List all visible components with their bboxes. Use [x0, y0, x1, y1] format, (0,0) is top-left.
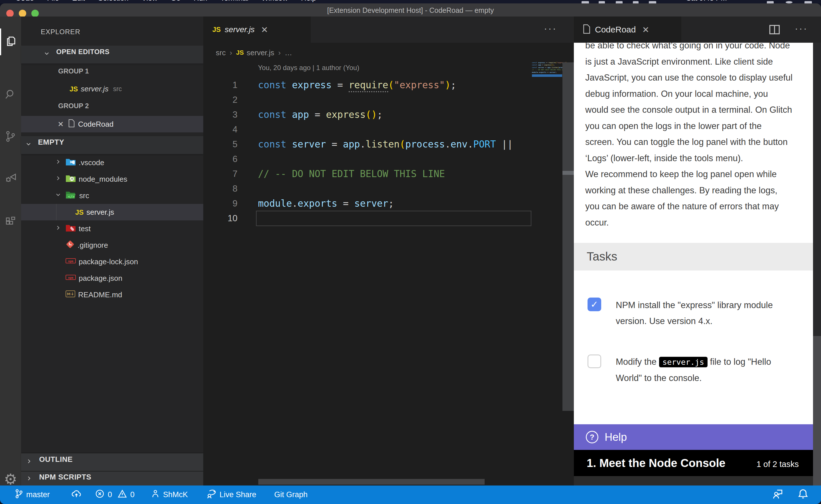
- tree-item-readme-md[interactable]: MREADME.md: [21, 286, 203, 303]
- open-editors-header[interactable]: OPEN EDITORS: [21, 46, 203, 63]
- lesson-text-line: We recommend to keep the log panel open …: [585, 166, 805, 183]
- account-status-item[interactable]: ShMcK: [150, 485, 188, 504]
- tree-item-src[interactable]: </>src: [21, 187, 203, 204]
- help-label: Help: [604, 431, 627, 443]
- task-checkbox-1[interactable]: ✓: [587, 298, 601, 311]
- live-share-status-item[interactable]: Live Share: [206, 485, 256, 504]
- menu-status-icon: [616, 1, 623, 3]
- cloud-upload-icon: [71, 488, 82, 501]
- minimap-line: const express = require("express");: [532, 62, 563, 64]
- breadcrumb-file[interactable]: server.js: [247, 48, 274, 57]
- sync-status-item[interactable]: [71, 485, 82, 504]
- menu-item-code[interactable]: Code: [15, 0, 34, 2]
- tree-item-package-json[interactable]: npmpackage.json: [21, 270, 203, 286]
- explorer-activity-button[interactable]: [0, 28, 21, 55]
- notifications-status-item[interactable]: [797, 485, 809, 504]
- breadcrumb-separator: ›: [278, 48, 281, 57]
- editor-group: JS server.js ✕ ··· src › JS server.js › …: [203, 17, 574, 485]
- npm-scripts-section-header[interactable]: NPM SCRIPTS: [21, 471, 203, 486]
- outline-label: OUTLINE: [39, 455, 73, 464]
- chevron-down-icon: [55, 191, 62, 198]
- tree-item-server-js[interactable]: JSserver.js: [21, 204, 203, 220]
- panel-more-actions-button[interactable]: ···: [795, 23, 808, 34]
- chevron-right-icon: [26, 458, 32, 467]
- task-text-2: Modify the server.js file to log "HelloW…: [616, 354, 804, 386]
- git-graph-status-item[interactable]: Git Graph: [274, 485, 308, 504]
- folder-section-header[interactable]: EMPTY: [21, 136, 203, 154]
- line-number: 9: [203, 196, 238, 211]
- files-icon: [5, 35, 17, 49]
- svg-text:npm: npm: [68, 276, 73, 279]
- src-folder-icon: </>: [66, 190, 76, 199]
- line-number: 8: [203, 181, 238, 196]
- menu-clock: Sat 9:43 PM: [686, 0, 727, 3]
- tree-item-package-lock-json[interactable]: npmpackage-lock.json: [21, 253, 203, 270]
- activity-bar: ⚙: [0, 17, 21, 485]
- editor-vertical-scrollbar[interactable]: [562, 62, 574, 411]
- menu-item-view[interactable]: View: [142, 0, 158, 2]
- active-line-highlight: [256, 211, 531, 226]
- problems-status-item[interactable]: 0 0: [95, 485, 134, 504]
- menu-items[interactable]: CodeFileEditSelectionViewGoRunTerminalWi…: [15, 0, 329, 3]
- menu-status-icon: [581, 1, 589, 3]
- close-icon[interactable]: ✕: [58, 120, 64, 129]
- tree-item-node-modules[interactable]: JSnode_modules: [21, 171, 203, 187]
- run-debug-activity-button[interactable]: [0, 166, 21, 192]
- tree-item--gitignore[interactable]: .gitignore: [21, 237, 203, 253]
- webview-scrollbar-track[interactable]: [813, 43, 821, 336]
- js-icon: JS: [75, 208, 83, 216]
- help-bar[interactable]: ? Help: [574, 424, 813, 450]
- search-activity-button[interactable]: [0, 81, 21, 108]
- codelens-annotation[interactable]: You, 20 days ago | 1 author (You): [258, 64, 359, 72]
- branch-status-item[interactable]: master: [14, 485, 50, 504]
- menu-item-selection[interactable]: Selection: [98, 0, 128, 2]
- minimap[interactable]: const express = require("express");const…: [532, 62, 563, 77]
- tab-server-js[interactable]: JS server.js ✕: [203, 17, 311, 43]
- run-debug-icon: [4, 172, 17, 186]
- task-progress: 1 of 2 tasks: [757, 460, 799, 469]
- menu-item-help[interactable]: Help: [301, 0, 316, 2]
- breadcrumb-tail[interactable]: …: [285, 48, 292, 57]
- chevron-down-icon: [43, 50, 50, 59]
- menu-item-terminal[interactable]: Terminal: [221, 0, 248, 2]
- close-icon[interactable]: ✕: [259, 25, 270, 35]
- breadcrumb[interactable]: src › JS server.js › …: [216, 45, 292, 60]
- editor-actions-more-button[interactable]: ···: [544, 23, 557, 34]
- editor-tab-bar: JS server.js ✕ ···: [203, 17, 574, 43]
- tree-item--vscode[interactable]: .vscode: [21, 154, 203, 171]
- menu-item-run[interactable]: Run: [193, 0, 207, 2]
- menu-item-file[interactable]: File: [47, 0, 59, 2]
- siri-icon: [786, 1, 793, 3]
- menu-status-icon: [649, 1, 656, 3]
- outline-section-header[interactable]: OUTLINE: [21, 453, 203, 471]
- source-control-activity-button[interactable]: [0, 124, 21, 150]
- feedback-status-item[interactable]: [771, 485, 784, 504]
- breadcrumb-folder[interactable]: src: [216, 48, 226, 57]
- menu-item-window[interactable]: Window: [262, 0, 288, 2]
- folder-section-label: EMPTY: [38, 138, 64, 146]
- lesson-footer: 1. Meet the Node Console 1 of 2 tasks: [574, 450, 813, 476]
- tree-item-test[interactable]: test: [21, 220, 203, 237]
- bell-icon: [797, 488, 809, 502]
- open-editor-item-coderoad[interactable]: ✕ CodeRoad: [21, 116, 203, 132]
- close-icon[interactable]: ✕: [640, 25, 652, 35]
- error-icon: [95, 489, 105, 501]
- extensions-activity-button[interactable]: [0, 209, 21, 236]
- menu-item-go[interactable]: Go: [171, 0, 181, 2]
- tasks-title: Tasks: [587, 250, 617, 263]
- open-editor-item-serverjs[interactable]: JS server.jssrc: [21, 81, 203, 97]
- split-editor-icon[interactable]: [768, 23, 781, 37]
- explorer-sidebar: EXPLORER OPEN EDITORS GROUP 1 JS server.…: [21, 17, 203, 485]
- line-number: 2: [203, 93, 238, 107]
- lesson-text-line: be able to check what’s going on in your…: [585, 43, 805, 54]
- webview-scrollbar-thumb[interactable]: [813, 336, 821, 485]
- lesson-text-line: ‘Logs’ (lower-left, inside the tools men…: [585, 150, 805, 167]
- editor-horizontal-scrollbar[interactable]: [258, 479, 485, 485]
- task-checkbox-2[interactable]: [587, 355, 601, 368]
- source-control-icon: [4, 130, 17, 144]
- svg-text:</>: </>: [68, 194, 75, 199]
- menu-item-edit[interactable]: Edit: [72, 0, 85, 2]
- tab-coderoad[interactable]: CodeRoad ✕: [574, 17, 681, 43]
- editor-group-2-label: GROUP 2: [58, 102, 89, 110]
- js-icon: JS: [236, 49, 244, 56]
